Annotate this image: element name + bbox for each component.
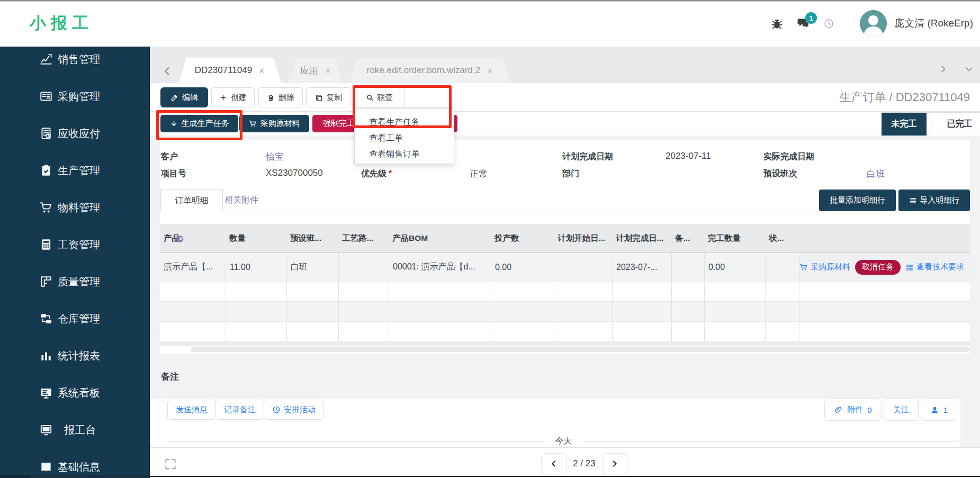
- table-cell: [338, 282, 389, 301]
- purchase-raw-material-button[interactable]: 采购原材料: [239, 115, 309, 132]
- table-empty-row[interactable]: [160, 302, 970, 322]
- table-cell: [160, 322, 226, 341]
- monitor-icon: [39, 423, 53, 437]
- notebook-tab-2[interactable]: 相关附件: [211, 190, 272, 211]
- dropdown-item-1[interactable]: 查看生产任务: [355, 114, 454, 130]
- window-top-edge: [0, 0, 980, 2]
- status-1[interactable]: 未完工: [882, 113, 927, 136]
- log-note-button[interactable]: 记录备注: [215, 400, 264, 420]
- document-tab-1[interactable]: DD230711049: [179, 58, 281, 83]
- sidebar-item-8[interactable]: 仓库管理: [0, 304, 149, 333]
- column-header-4[interactable]: 工艺路...: [338, 224, 389, 253]
- field-value[interactable]: 怡宝: [266, 151, 284, 163]
- tab-list-chevron-down-icon[interactable]: [964, 64, 974, 74]
- tab-scroll-right-icon[interactable]: [938, 64, 948, 74]
- sidebar-item-2[interactable]: 采购管理: [0, 82, 149, 111]
- lookup-dropdown-menu: 查看生产任务查看工单查看销售订单: [354, 108, 454, 164]
- duplicate-button[interactable]: 复制: [306, 87, 351, 107]
- tab-close-icon[interactable]: [258, 67, 265, 74]
- status-2[interactable]: 已完工: [938, 113, 980, 136]
- column-header-11[interactable]: 状...: [765, 224, 799, 253]
- column-header-9[interactable]: 备...: [671, 224, 704, 253]
- purchase-raw-material-link[interactable]: 采购原材料: [799, 262, 850, 272]
- sidebar-item-9[interactable]: 统计报表: [0, 341, 149, 371]
- document-tab-3[interactable]: roke.edit.order.bom.wizard,2: [350, 58, 510, 83]
- delete-button[interactable]: 删除: [258, 87, 303, 107]
- view-tech-requirements-link[interactable]: 查看技术要求: [905, 262, 964, 272]
- cancel-task-button[interactable]: 取消任务: [855, 260, 901, 275]
- column-header-5[interactable]: 产品BOM: [389, 224, 491, 253]
- button-label: 批量添加明细行: [830, 195, 885, 205]
- bug-icon[interactable]: [771, 17, 783, 30]
- table-row[interactable]: 演示产品【...11.00白班00001: 演示产品【d...0.002023-…: [160, 253, 970, 282]
- table-cell: [799, 302, 970, 321]
- generate-production-task-button[interactable]: 生成生产任务: [160, 115, 238, 132]
- sidebar-item-1[interactable]: 销售管理: [0, 44, 149, 74]
- sidebar-item-7[interactable]: 质量管理: [0, 267, 149, 296]
- notes-section-label: 备注: [161, 371, 179, 383]
- tab-bar: DD230711049应用roke.edit.order.bom.wizard,…: [150, 47, 980, 83]
- column-header-label: 计划开始日...: [558, 233, 605, 244]
- scrollbar-thumb[interactable]: [191, 347, 970, 352]
- table-cell: [671, 302, 704, 321]
- column-header-1[interactable]: 产品: [160, 224, 226, 253]
- ruler-icon: [39, 275, 53, 288]
- schedule-activity-button[interactable]: 安排活动: [264, 400, 324, 420]
- purchase-card-icon: [39, 89, 53, 103]
- column-header-2[interactable]: 数量: [226, 224, 286, 253]
- pager-next-button[interactable]: [602, 453, 627, 474]
- attachments-button[interactable]: 附件0: [824, 399, 881, 421]
- tab-close-icon[interactable]: [325, 67, 331, 74]
- tab-label: DD230711049: [195, 65, 252, 76]
- table-cell: [160, 282, 226, 301]
- link-label: 采购原材料: [811, 262, 850, 272]
- column-header-6[interactable]: 投产数: [491, 224, 554, 253]
- sidebar-item-3[interactable]: 应收应付: [0, 119, 149, 148]
- table-cell: [491, 282, 554, 301]
- edit-button[interactable]: 编辑: [160, 87, 208, 107]
- button-label: 导入明细行: [920, 195, 960, 205]
- field-value[interactable]: 白班: [867, 168, 885, 180]
- avatar[interactable]: [860, 10, 887, 37]
- table-cell: [389, 302, 491, 321]
- person-icon: [930, 405, 939, 414]
- sidebar-item-5[interactable]: 物料管理: [0, 193, 149, 222]
- batch-add-lines-button[interactable]: 批量添加明细行: [819, 190, 896, 211]
- pager-prev-button[interactable]: [541, 453, 567, 474]
- sidebar-item-4[interactable]: 生产管理: [0, 156, 149, 185]
- user-name[interactable]: 庞文清 (RokeErp): [894, 16, 973, 30]
- app-logo[interactable]: 小报工: [30, 12, 93, 34]
- table-empty-row[interactable]: [160, 282, 970, 302]
- followers-button[interactable]: 1: [921, 399, 957, 421]
- fullscreen-icon[interactable]: [164, 457, 177, 471]
- import-lines-button[interactable]: 导入明细行: [898, 190, 970, 211]
- column-header-3[interactable]: 预设班...: [286, 224, 338, 253]
- comments-icon[interactable]: 1: [797, 17, 810, 30]
- dropdown-item-2[interactable]: 查看工单: [355, 130, 454, 146]
- send-message-button[interactable]: 发送消息: [167, 400, 216, 420]
- sidebar-item-11[interactable]: 报工台: [0, 415, 149, 445]
- column-header-10[interactable]: 完工数量: [704, 224, 765, 253]
- table-cell: 0.00: [704, 253, 765, 281]
- create-button[interactable]: 创建: [211, 87, 255, 107]
- tab-close-icon[interactable]: [487, 67, 493, 74]
- tab-scroll-left-icon[interactable]: [161, 66, 173, 77]
- column-header-8[interactable]: 计划完成日...: [612, 224, 671, 253]
- sidebar-item-10[interactable]: 系统看板: [0, 378, 149, 408]
- clock-icon[interactable]: [823, 18, 834, 29]
- table-empty-row[interactable]: [160, 322, 970, 342]
- document-tab-2[interactable]: 应用: [289, 58, 343, 83]
- gear-icon[interactable]: [176, 235, 185, 243]
- invoice-icon: [39, 127, 53, 140]
- follow-button[interactable]: 关注: [884, 399, 919, 421]
- sidebar-item-12[interactable]: 基础信息: [0, 452, 149, 478]
- table-cell: [226, 302, 286, 321]
- pager: 2 / 23: [541, 453, 627, 474]
- sidebar-item-6[interactable]: 工资管理: [0, 230, 149, 259]
- dropdown-item-3[interactable]: 查看销售订单: [355, 146, 454, 162]
- sidebar-item-label: 工资管理: [58, 238, 100, 252]
- table-cell: [554, 302, 612, 321]
- lookup-dropdown-toggle[interactable]: 联查: [354, 87, 450, 107]
- attachment-count: 0: [867, 405, 871, 414]
- column-header-7[interactable]: 计划开始日...: [554, 224, 612, 253]
